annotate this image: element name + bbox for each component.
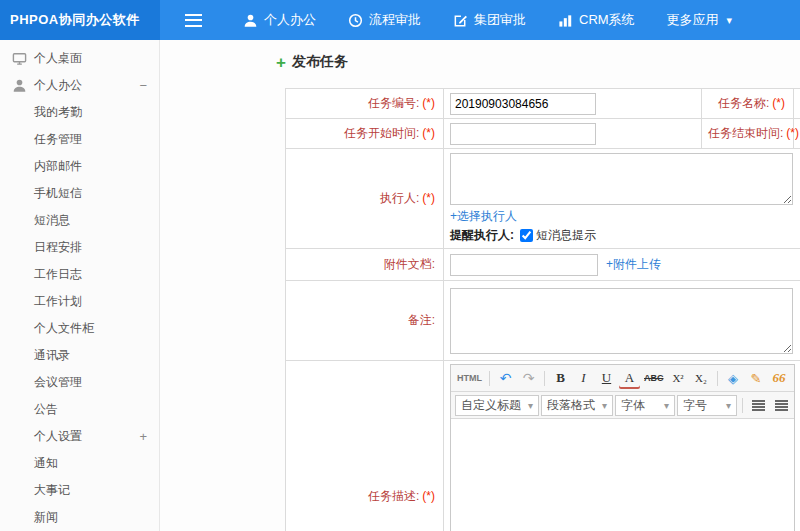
sidebar-item-label: 日程安排 bbox=[34, 239, 82, 256]
form-row-description: 任务描述:(*) HTML ↶ ↷ B I U A bbox=[286, 361, 800, 531]
sidebar-item-big-events[interactable]: 大事记 bbox=[0, 477, 159, 504]
required-marker: (*) bbox=[422, 126, 435, 140]
editor-remove-format-button[interactable]: ◈ bbox=[723, 368, 744, 389]
editor-strikethrough-button[interactable]: ABC bbox=[642, 368, 666, 389]
sidebar-item-personal-desktop[interactable]: 个人桌面 bbox=[0, 45, 159, 72]
sidebar-item-notice[interactable]: 通知 bbox=[0, 450, 159, 477]
task-number-input[interactable] bbox=[450, 93, 596, 115]
sidebar-item-short-message[interactable]: 短消息 bbox=[0, 207, 159, 234]
rich-text-editor: HTML ↶ ↷ B I U A ABC X² X₂ bbox=[450, 364, 795, 531]
sidebar-item-schedule[interactable]: 日程安排 bbox=[0, 234, 159, 261]
sms-remind-checkbox[interactable] bbox=[520, 229, 533, 242]
toolbar-separator bbox=[489, 371, 490, 386]
sidebar-item-meeting-management[interactable]: 会议管理 bbox=[0, 369, 159, 396]
field-label: 任务编号: bbox=[368, 96, 419, 110]
editor-custom-title-select[interactable]: 自定义标题 ▾ bbox=[455, 395, 539, 416]
nav-item-label: 流程审批 bbox=[369, 11, 421, 29]
editor-font-family-select[interactable]: 字体 ▾ bbox=[615, 395, 675, 416]
form-row-attachment: 附件文档: +附件上传 bbox=[286, 249, 800, 281]
editor-undo-button[interactable]: ↶ bbox=[495, 368, 516, 389]
sidebar-item-label: 通知 bbox=[34, 455, 58, 472]
clock-icon bbox=[348, 13, 363, 28]
nav-item-more-apps[interactable]: 更多应用 ▾ bbox=[651, 0, 749, 40]
editor-redo-button[interactable]: ↷ bbox=[518, 368, 539, 389]
sidebar-item-mobile-sms[interactable]: 手机短信 bbox=[0, 180, 159, 207]
remark-input[interactable] bbox=[450, 288, 793, 354]
attachment-input[interactable] bbox=[450, 254, 598, 276]
align-center-icon bbox=[775, 400, 788, 411]
nav-item-crm[interactable]: CRM系统 bbox=[542, 0, 651, 40]
sidebar-item-label: 大事记 bbox=[34, 482, 70, 499]
select-executor-link[interactable]: +选择执行人 bbox=[450, 209, 517, 223]
editor-superscript-button[interactable]: X² bbox=[668, 368, 689, 389]
caret-down-icon: ▾ bbox=[726, 400, 731, 411]
sidebar-item-attendance[interactable]: 我的考勤 bbox=[0, 99, 159, 126]
align-center-button[interactable] bbox=[771, 395, 792, 416]
editor-html-button[interactable]: HTML bbox=[455, 368, 484, 389]
caret-down-icon: ▾ bbox=[528, 400, 533, 411]
editor-subscript-button[interactable]: X₂ bbox=[691, 368, 712, 389]
sidebar-item-personal-settings[interactable]: 个人设置 + bbox=[0, 423, 159, 450]
field-label: 备注: bbox=[408, 313, 435, 327]
align-left-button[interactable] bbox=[748, 395, 769, 416]
editor-paragraph-format-select[interactable]: 段落格式 ▾ bbox=[541, 395, 613, 416]
required-marker: (*) bbox=[422, 96, 435, 110]
sms-remind-option-label: 短消息提示 bbox=[536, 227, 596, 244]
expand-icon[interactable]: + bbox=[139, 423, 147, 450]
top-navbar: PHPOA协同办公软件 个人办公 流程审批 集团审批 CRM系统 更多应用 bbox=[0, 0, 800, 40]
collapse-icon[interactable]: − bbox=[139, 72, 147, 99]
remind-row: 提醒执行人: 短消息提示 bbox=[450, 227, 800, 244]
editor-toolbar-row2: 自定义标题 ▾ 段落格式 ▾ 字体 ▾ bbox=[451, 392, 794, 419]
sidebar-item-news[interactable]: 新闻 bbox=[0, 504, 159, 531]
required-marker: (*) bbox=[422, 489, 435, 503]
field-label: 执行人: bbox=[380, 191, 419, 205]
editor-blockquote-button[interactable]: 66 bbox=[769, 368, 790, 389]
align-left-icon bbox=[752, 400, 765, 411]
sidebar-item-label: 工作计划 bbox=[34, 293, 82, 310]
toolbar-separator bbox=[742, 398, 743, 413]
nav-item-personal-office[interactable]: 个人办公 bbox=[227, 0, 332, 40]
sidebar-item-personal-office[interactable]: 个人办公 − bbox=[0, 72, 159, 99]
caret-down-icon: ▾ bbox=[602, 400, 607, 411]
nav-item-group-approval[interactable]: 集团审批 bbox=[437, 0, 542, 40]
sidebar-item-label: 个人文件柜 bbox=[34, 320, 94, 337]
description-label-cell: 任务描述:(*) bbox=[286, 361, 444, 531]
main-nav: 个人办公 流程审批 集团审批 CRM系统 更多应用 ▾ bbox=[160, 0, 800, 40]
editor-font-button[interactable]: A bbox=[619, 368, 640, 389]
remind-executor-label: 提醒执行人: bbox=[450, 227, 514, 244]
editor-format-painter-button[interactable]: ✎ bbox=[746, 368, 767, 389]
editor-underline-button[interactable]: U bbox=[596, 368, 617, 389]
sidebar-item-announcement[interactable]: 公告 bbox=[0, 396, 159, 423]
start-time-input[interactable] bbox=[450, 123, 596, 145]
editor-italic-button[interactable]: I bbox=[573, 368, 594, 389]
menu-toggle-icon[interactable] bbox=[185, 14, 202, 27]
sidebar-item-work-log[interactable]: 工作日志 bbox=[0, 261, 159, 288]
executor-input[interactable] bbox=[450, 153, 793, 205]
nav-item-workflow-approval[interactable]: 流程审批 bbox=[332, 0, 437, 40]
sidebar-item-work-plan[interactable]: 工作计划 bbox=[0, 288, 159, 315]
executor-value-cell: +选择执行人 提醒执行人: 短消息提示 bbox=[444, 149, 800, 249]
sidebar-item-file-cabinet[interactable]: 个人文件柜 bbox=[0, 315, 159, 342]
attachment-upload-link[interactable]: +附件上传 bbox=[606, 256, 661, 273]
chevron-down-icon: ▾ bbox=[727, 14, 733, 27]
sidebar-item-contacts[interactable]: 通讯录 bbox=[0, 342, 159, 369]
main-content: + 发布任务 任务编号:(*) 任务名称:(*) bbox=[160, 40, 800, 531]
editor-content-area[interactable] bbox=[451, 419, 794, 531]
sidebar-item-task-management[interactable]: 任务管理 bbox=[0, 126, 159, 153]
page-title-text: 发布任务 bbox=[292, 53, 348, 71]
executor-link-row: +选择执行人 bbox=[450, 208, 800, 225]
editor-bold-button[interactable]: B bbox=[550, 368, 571, 389]
sidebar-item-label: 通讯录 bbox=[34, 347, 70, 364]
sidebar-item-label: 新闻 bbox=[34, 509, 58, 526]
person-icon bbox=[243, 13, 258, 28]
app-logo: PHPOA协同办公软件 bbox=[0, 0, 160, 40]
sidebar-item-internal-mail[interactable]: 内部邮件 bbox=[0, 153, 159, 180]
editor-font-size-select[interactable]: 字号 ▾ bbox=[677, 395, 737, 416]
nav-item-label: 更多应用 bbox=[667, 11, 719, 29]
sidebar-item-label: 个人办公 bbox=[34, 77, 82, 94]
required-marker: (*) bbox=[422, 191, 435, 205]
form-row-executor: 执行人:(*) +选择执行人 提醒执行人: 短消息提示 bbox=[286, 149, 800, 249]
sidebar-item-label: 个人桌面 bbox=[34, 50, 82, 67]
required-marker: (*) bbox=[772, 96, 785, 110]
remark-value-cell bbox=[444, 281, 800, 361]
